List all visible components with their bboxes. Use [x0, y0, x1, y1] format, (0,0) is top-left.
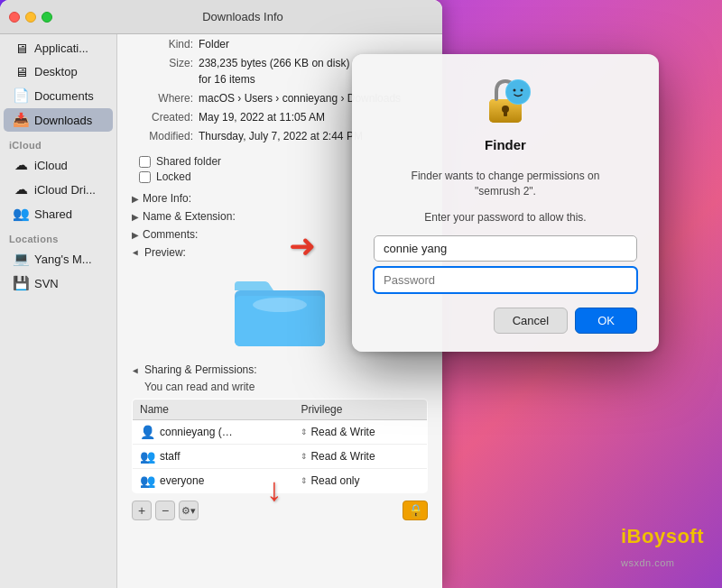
comments-arrow: ▶ [132, 230, 139, 240]
user-cell: 👥 everyone [140, 473, 286, 488]
folder-icon [230, 271, 329, 352]
sidebar-item-label: Applicati... [34, 41, 88, 55]
shared-folder-checkbox[interactable] [139, 156, 151, 168]
sidebar-item-icloud-drive[interactable]: ☁ iCloud Dri... [4, 178, 113, 201]
username-input[interactable] [374, 235, 637, 262]
user-cell: 👥 staff [140, 449, 286, 464]
downloads-icon: 📥 [13, 112, 29, 128]
dialog-message: Finder wants to change permissions on "s… [374, 169, 637, 199]
privilege-value: Read & Write [310, 450, 375, 463]
auth-dialog: Finder Finder wants to change permission… [352, 54, 659, 352]
sidebar-item-label: Documents [34, 89, 94, 103]
created-label: Created: [132, 109, 193, 125]
col-name: Name [133, 400, 294, 420]
sidebar-item-label: Shared [34, 207, 72, 221]
locked-checkbox[interactable] [139, 171, 151, 183]
options-permission-button[interactable]: ⚙▾ [179, 501, 199, 520]
dialog-title: Finder [485, 137, 526, 152]
locked-label: Locked [156, 170, 191, 183]
modified-label: Modified: [132, 128, 193, 144]
size-label: Size: [132, 55, 193, 87]
privilege-value: Read & Write [310, 426, 375, 438]
sidebar-item-icloud[interactable]: ☁ iCloud [4, 153, 113, 177]
sidebar-item-applications[interactable]: 🖥 Applicati... [4, 37, 113, 60]
kind-value: Folder [199, 36, 229, 52]
sidebar-item-label: Downloads [34, 114, 92, 127]
table-row: 👥 staff ⇕ Read & Write [133, 445, 428, 469]
icloud-drive-icon: ☁ [13, 181, 29, 198]
svn-icon: 💾 [13, 275, 29, 291]
more-info-arrow: ▶ [132, 194, 139, 204]
comments-label: Comments: [143, 228, 198, 241]
preview-label: Preview: [144, 246, 186, 259]
user-cell: 👤 connieyang (… [140, 425, 286, 439]
icloud-icon: ☁ [13, 157, 29, 173]
sidebar-item-shared[interactable]: 👥 Shared [4, 202, 113, 225]
created-value: May 19, 2022 at 11:05 AM [199, 109, 325, 125]
add-permission-button[interactable]: + [132, 501, 152, 520]
sidebar-item-label: iCloud Dri... [34, 183, 96, 197]
sidebar-item-desktop[interactable]: 🖥 Desktop [4, 60, 113, 83]
preview-arrow: ▼ [131, 248, 141, 257]
watermark-domain: wsxdn.com [621, 557, 675, 568]
name-extension-arrow: ▶ [132, 212, 139, 222]
chevron-icon: ⇕ [301, 427, 308, 436]
col-privilege: Privilege [293, 400, 427, 420]
svg-point-10 [521, 89, 523, 92]
user-name: connieyang (… [160, 426, 233, 438]
where-label: Where: [132, 90, 193, 106]
table-row: 👤 connieyang (… ⇕ Read & Write [133, 420, 428, 445]
cancel-button[interactable]: Cancel [494, 308, 568, 334]
svg-point-8 [506, 80, 530, 104]
shared-icon: 👥 [13, 206, 29, 222]
remove-permission-button[interactable]: − [155, 501, 175, 520]
sidebar-item-downloads[interactable]: 📥 Downloads [4, 108, 113, 132]
shared-folder-label: Shared folder [156, 155, 221, 168]
permissions-subtitle: You can read and write [132, 381, 428, 393]
chevron-icon: ⇕ [301, 476, 308, 485]
permissions-arrow: ▼ [131, 366, 141, 375]
sidebar-item-label: Desktop [34, 65, 78, 78]
svg-point-9 [514, 89, 516, 92]
sidebar-item-documents[interactable]: 📄 Documents [4, 84, 113, 107]
close-button[interactable] [9, 12, 20, 23]
sidebar-item-label: Yang's M... [34, 253, 92, 266]
svg-point-2 [253, 298, 307, 312]
right-arrow-indicator: ➜ [289, 227, 316, 265]
input-group [374, 235, 637, 299]
modified-value: Thursday, July 7, 2022 at 2:44 PM [199, 128, 363, 144]
privilege-cell: ⇕ Read & Write [301, 450, 420, 463]
permissions-title-row[interactable]: ▼ Sharing & Permissions: [132, 361, 428, 381]
desktop-icon: 🖥 [13, 64, 29, 79]
dialog-buttons: Cancel OK [374, 308, 637, 334]
sidebar-item-svn[interactable]: 💾 SVN [4, 271, 113, 295]
password-input[interactable] [374, 267, 637, 293]
title-bar: Downloads Info [0, 0, 442, 34]
down-arrow-indicator: ↓ [266, 471, 282, 509]
permissions-title: Sharing & Permissions: [144, 363, 257, 376]
sidebar-section-locations: Locations [0, 226, 116, 246]
traffic-lights [9, 12, 52, 23]
sidebar-item-yangs-m[interactable]: 💻 Yang's M... [4, 247, 113, 271]
group-icon: 👥 [140, 449, 155, 464]
size-value: 238,235 bytes (266 KB on disk) for 16 it… [199, 55, 349, 87]
sidebar-section-icloud: iCloud [0, 133, 116, 152]
lock-button[interactable]: 🔒 [403, 501, 428, 520]
yangs-mac-icon: 💻 [13, 251, 29, 267]
user-name: everyone [160, 474, 204, 487]
privilege-cell: ⇕ Read only [301, 474, 420, 487]
watermark-brand: iBoysoft [621, 525, 704, 547]
maximize-button[interactable] [42, 12, 52, 23]
ok-button[interactable]: OK [575, 308, 637, 334]
everyone-icon: 👥 [140, 473, 155, 488]
privilege-cell: ⇕ Read & Write [301, 426, 420, 438]
name-extension-label: Name & Extension: [143, 210, 236, 223]
chevron-icon: ⇕ [301, 452, 308, 461]
dialog-header: Finder [374, 72, 637, 158]
watermark: iBoysoft wsxdn.com [621, 525, 704, 572]
minimize-button[interactable] [25, 12, 36, 23]
finder-lock-icon [477, 72, 534, 130]
window-title: Downloads Info [52, 10, 433, 23]
info-kind: Kind: Folder [132, 36, 428, 52]
user-name: staff [160, 450, 180, 463]
